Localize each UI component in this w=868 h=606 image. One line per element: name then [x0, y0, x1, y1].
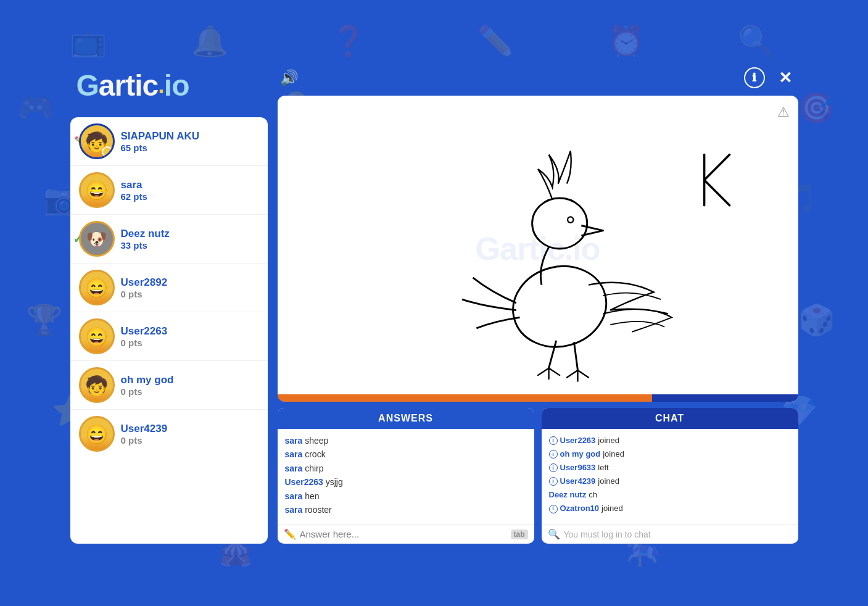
search-icon: 🔍	[548, 528, 560, 540]
chat-tab-label: CHAT	[655, 413, 684, 423]
player-info: Deez nutz 33 pts	[121, 228, 259, 251]
progress-bar	[278, 394, 798, 402]
chat-list: i User2263 joined i oh my god joined i U…	[542, 429, 798, 524]
player-pts: 0 pts	[121, 289, 259, 299]
top-bar-actions: ℹ ✕	[744, 67, 796, 88]
chat-tab[interactable]: CHAT	[542, 408, 798, 429]
player-item: 😄 sara 62 pts	[70, 166, 268, 215]
avatar: 😄	[79, 416, 115, 452]
canvas-area: ⚠ Gartic.io	[278, 96, 798, 402]
player-info: User2263 0 pts	[121, 325, 259, 348]
player-info: sara 62 pts	[121, 179, 259, 202]
avatar-badge	[102, 146, 113, 157]
player-item: ✓ 🐶 Deez nutz 33 pts	[70, 215, 268, 264]
svg-point-3	[532, 198, 587, 249]
list-item: sara rooster	[285, 503, 527, 517]
list-item: i User4239 joined	[549, 475, 791, 488]
answers-tab-label: ANSWERS	[378, 413, 433, 423]
player-info: User2892 0 pts	[121, 276, 259, 299]
player-name: User2892	[121, 276, 259, 289]
svg-line-2	[704, 180, 729, 205]
player-name: User4239	[121, 423, 259, 435]
logo: Gartic.io	[76, 68, 268, 102]
tab-badge: tab	[511, 529, 528, 539]
top-bar: 🔊 ℹ ✕	[278, 62, 798, 96]
players-list: ✏️ 🧒 SIAPAPUN AKU 65 pts 😄 sara 62 pts	[70, 117, 268, 544]
chat-panel: CHAT i User2263 joined i oh my god joine…	[542, 408, 798, 544]
answers-tab[interactable]: ANSWERS	[278, 408, 534, 429]
player-info: User4239 0 pts	[121, 423, 259, 446]
pencil-input-icon: ✏️	[284, 528, 296, 540]
svg-line-7	[574, 342, 577, 370]
chat-input-placeholder: You must log in to chat	[564, 529, 792, 539]
info-circle-icon: i	[549, 436, 558, 445]
player-pts: 0 pts	[121, 435, 259, 446]
svg-line-1	[704, 155, 729, 180]
svg-point-5	[503, 256, 615, 357]
info-button[interactable]: ℹ	[744, 67, 765, 88]
avatar: 🧒	[79, 123, 115, 159]
player-item: 😄 User4239 0 pts	[70, 410, 268, 458]
bottom-section: ANSWERS sara sheep sara crock sara chirp…	[278, 408, 798, 544]
logo-io: io	[164, 68, 189, 102]
list-item: i User9633 left	[549, 461, 791, 475]
info-circle-icon: i	[549, 450, 558, 459]
player-pts: 33 pts	[121, 240, 259, 251]
main-container: Gartic.io ✏️ 🧒 SIAPAPUN AKU 65 pts 😄	[70, 62, 798, 544]
player-item: 😄 User2892 0 pts	[70, 264, 268, 312]
player-info: oh my god 0 pts	[121, 374, 259, 397]
logo-g: G	[76, 68, 99, 102]
player-pts: 0 pts	[121, 386, 259, 397]
player-item: ✏️ 🧒 SIAPAPUN AKU 65 pts	[70, 117, 268, 166]
avatar: 🐶	[79, 221, 115, 257]
list-item: Deez nutz ch	[549, 488, 791, 502]
avatar: 😄	[79, 172, 115, 208]
avatar: 😄	[79, 270, 115, 305]
player-pts: 62 pts	[121, 191, 259, 202]
answers-list: sara sheep sara crock sara chirp User226…	[278, 429, 534, 524]
avatar: 😄	[79, 318, 115, 354]
right-panel: 🔊 ℹ ✕ ⚠ Gartic.io	[278, 62, 798, 544]
player-item: 😄 User2263 0 pts	[70, 312, 268, 361]
answer-input[interactable]	[300, 529, 507, 539]
left-panel: Gartic.io ✏️ 🧒 SIAPAPUN AKU 65 pts 😄	[70, 62, 268, 544]
player-name: User2263	[121, 325, 259, 338]
player-name: sara	[121, 179, 259, 191]
player-pts: 0 pts	[121, 338, 259, 348]
player-pts: 65 pts	[121, 143, 259, 153]
chat-input-row: 🔍 You must log in to chat	[542, 524, 798, 544]
list-item: sara hen	[285, 489, 527, 503]
info-circle-icon: i	[549, 463, 558, 472]
logo-area: Gartic.io	[70, 62, 268, 112]
player-info: SIAPAPUN AKU 65 pts	[121, 130, 259, 153]
info-circle-icon: i	[549, 477, 558, 486]
list-item: i Ozatron10 joined	[549, 502, 791, 515]
info-circle-icon: i	[549, 505, 558, 513]
list-item: i User2263 joined	[549, 434, 791, 447]
answer-input-row: ✏️ tab	[278, 524, 534, 544]
progress-fill	[278, 394, 653, 402]
logo-dot: .	[158, 72, 164, 99]
player-item: 🧒 oh my god 0 pts	[70, 361, 268, 410]
list-item: User2263 ysjjg	[285, 475, 527, 489]
list-item: i oh my god joined	[549, 447, 791, 461]
list-item: sara sheep	[285, 434, 527, 447]
player-name: Deez nutz	[121, 228, 259, 240]
drawing-canvas	[278, 96, 798, 402]
list-item: sara chirp	[285, 462, 527, 475]
player-name: oh my god	[121, 374, 259, 386]
svg-point-4	[568, 217, 573, 222]
logo-artic: artic	[99, 68, 158, 102]
svg-line-6	[548, 341, 556, 368]
answers-panel: ANSWERS sara sheep sara crock sara chirp…	[278, 408, 534, 544]
volume-icon[interactable]: 🔊	[280, 69, 299, 86]
player-name: SIAPAPUN AKU	[121, 130, 259, 143]
close-button[interactable]: ✕	[775, 67, 796, 88]
avatar: 🧒	[79, 367, 115, 403]
list-item: sara crock	[285, 447, 527, 461]
